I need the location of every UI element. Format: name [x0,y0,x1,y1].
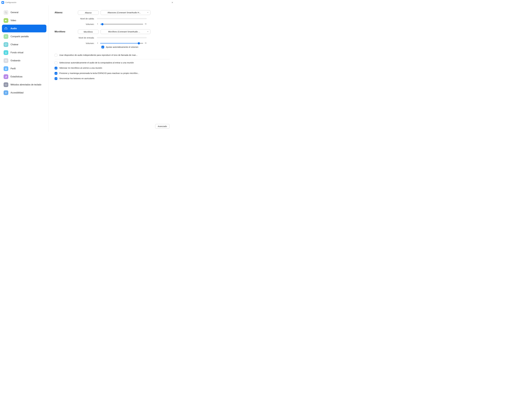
close-button[interactable] [171,0,174,4]
record-icon [4,58,8,63]
svg-rect-10 [6,76,7,78]
window-title: Configuración [5,1,16,3]
mic-section-title: Micrófono [55,31,78,33]
keyboard-icon [4,82,8,87]
option-separate-ringtone: Usar dispositivo de audio independiente … [55,53,170,58]
speaker-low-icon [97,42,99,44]
sidebar-item-label: Chatear [11,43,19,46]
sidebar-item-keyboard-shortcuts[interactable]: Métodos abreviados de teclado [2,81,46,89]
mic-input-level-row: Nivel de entrada: [55,37,170,39]
advanced-button-wrap: Avanzado [155,124,170,129]
auto-adjust-row: Ajustar automáticamente el volumen [101,46,170,49]
speaker-device-select[interactable]: Altavoces (Conexant SmartAudio H... [101,10,151,15]
option-auto-join-audio: Seleccionar automáticamente el audio de … [55,60,170,66]
sidebar-item-label: Video [11,19,16,22]
titlebar: Configuración [0,0,176,5]
sidebar-item-virtual-background[interactable]: Fondo virtual [2,49,46,56]
headphones-icon [4,26,8,31]
mic-row: Micrófono Micrófono Micrófono (Conexant … [55,29,170,34]
test-mic-button[interactable]: Micrófono [78,30,99,34]
virtual-background-icon [4,50,8,55]
mic-device-label: Micrófono (Conexant SmartAudio ... [102,31,146,33]
app-icon [1,1,4,4]
sidebar-item-chat[interactable]: Chatear [2,41,46,49]
speaker-row: Altavoz Altavoz Altavoces (Conexant Smar… [55,10,170,15]
sidebar-item-label: Métodos abreviados de teclado [11,83,41,86]
speaker-low-icon [97,23,99,25]
content: General Video Audio Compartir pantalla [0,5,176,132]
profile-icon [4,66,8,71]
sync-headset-label: Sincronizar los botones en auriculares [59,77,95,80]
option-mute-on-join: Silenciar mi micrófono al unirme a una r… [55,66,170,71]
separate-ringtone-checkbox[interactable] [55,54,57,57]
sidebar-item-label: General [11,11,19,14]
chevron-down-icon [147,31,149,33]
svg-point-7 [6,68,6,69]
speaker-volume-label: Volumen: [55,23,97,25]
sidebar-item-share-screen[interactable]: Compartir pantalla [2,33,46,40]
speaker-high-icon [145,42,147,45]
mic-volume-label: Volumen: [55,42,97,44]
output-level-label: Nivel de salida: [55,18,97,20]
stats-icon [4,74,8,79]
space-unmute-label: Presione y mantenga presionada la tecla … [59,72,139,74]
input-level-label: Nivel de entrada: [55,37,97,39]
sidebar: General Video Audio Compartir pantalla [0,5,49,132]
svg-rect-3 [7,29,7,30]
sidebar-item-profile[interactable]: Perfil [2,65,46,73]
mic-device-select[interactable]: Micrófono (Conexant SmartAudio ... [101,29,151,34]
mic-volume-slider[interactable] [100,42,143,44]
speaker-device-label: Altavoces (Conexant SmartAudio H... [102,12,146,14]
mute-on-join-checkbox[interactable] [55,67,57,69]
test-speaker-button[interactable]: Altavoz [78,11,99,15]
sidebar-item-label: Grabando [11,59,20,62]
svg-rect-8 [5,77,6,78]
auto-adjust-label: Ajustar automáticamente el volumen [106,46,138,48]
svg-point-4 [6,52,6,53]
input-level-meter [97,37,147,38]
gear-icon [4,10,8,15]
svg-rect-9 [6,76,6,78]
sidebar-item-statistics[interactable]: Estadísticas [2,73,46,80]
option-sync-headset: Sincronizar los botones en auriculares [55,76,170,81]
sidebar-item-recording[interactable]: Grabando [2,57,46,64]
svg-point-12 [6,92,6,92]
svg-rect-2 [5,29,5,30]
sidebar-item-label: Estadísticas [11,75,22,78]
space-unmute-checkbox[interactable] [55,72,57,75]
option-space-unmute: Presione y mantenga presionada la tecla … [55,71,170,76]
separate-ringtone-label: Usar dispositivo de audio independiente … [59,54,138,56]
auto-join-audio-checkbox[interactable] [55,61,57,64]
sidebar-item-general[interactable]: General [2,9,46,16]
chevron-down-icon [147,12,149,14]
sidebar-item-label: Accesibilidad [11,91,23,94]
output-level-meter [97,18,147,19]
speaker-high-icon [145,23,147,25]
mute-on-join-label: Silenciar mi micrófono al unirme a una r… [59,67,102,69]
svg-rect-1 [5,20,6,21]
sidebar-item-label: Perfil [11,67,16,70]
svg-point-6 [6,60,6,61]
svg-rect-11 [5,84,7,85]
sidebar-item-label: Compartir pantalla [11,35,29,38]
speaker-section-title: Altavoz [55,11,78,14]
sidebar-item-video[interactable]: Video [2,17,46,24]
sidebar-item-audio[interactable]: Audio [2,25,46,32]
speaker-volume-row: Volumen: [55,23,170,25]
settings-window: Configuración General Video [0,0,176,132]
auto-adjust-checkbox[interactable] [101,46,104,49]
sidebar-item-label: Audio [11,27,17,30]
audio-settings-panel: Altavoz Altavoz Altavoces (Conexant Smar… [49,5,176,132]
auto-join-audio-label: Seleccionar automáticamente el audio de … [59,61,134,64]
speaker-volume-slider[interactable] [100,23,143,25]
chat-icon [4,42,8,47]
sync-headset-checkbox[interactable] [55,77,57,80]
speaker-output-level-row: Nivel de salida: [55,18,170,20]
mic-volume-row: Volumen: [55,42,170,45]
sidebar-item-accessibility[interactable]: Accesibilidad [2,89,46,97]
video-icon [4,18,8,23]
svg-rect-0 [2,2,3,3]
sidebar-item-label: Fondo virtual [11,51,23,54]
advanced-button[interactable]: Avanzado [155,124,170,129]
accessibility-icon [4,90,8,95]
